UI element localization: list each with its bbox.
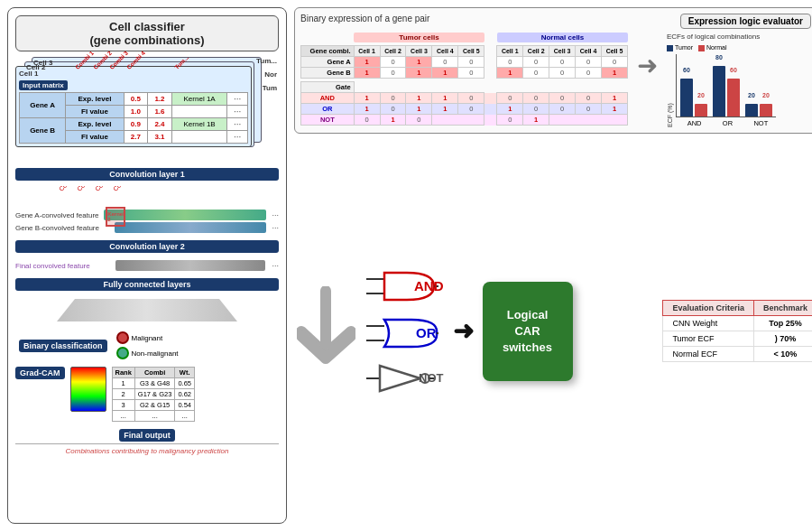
geneA-exp-2: 1.2	[148, 93, 172, 106]
gene-main-table: Gene combi. Cell 1 Cell 2 Cell 3 Cell 4 …	[300, 45, 628, 126]
geneA-exp-1: 0.5	[124, 93, 148, 106]
cell2-label: Cell 2	[26, 63, 45, 71]
dots-1: ···	[227, 93, 248, 106]
and-gate: AND	[366, 268, 444, 304]
malignant-circle	[116, 331, 129, 344]
normal-ecf-row: Normal ECF < 10%	[663, 347, 812, 362]
dots-final: ···	[272, 261, 279, 270]
rank-row-2: 2G17 & G230.62	[112, 389, 194, 400]
tumor-ecf-row: Tumor ECF ) 70%	[663, 331, 812, 347]
rank-row-3: 3G2 & G150.54	[112, 400, 194, 411]
geneB-exp-2: 2.4	[148, 118, 172, 131]
or-gate-text: OR	[416, 325, 437, 340]
eval-criteria-header: Evaluation Criteria	[663, 301, 754, 316]
t-cell2: Cell 2	[380, 46, 406, 57]
rank-row-1: 1G3 & G480.65	[112, 378, 194, 389]
t-cell1: Cell 1	[354, 46, 380, 57]
car-switches-label: LogicalCARswitches	[503, 307, 552, 357]
dots-featureB: ···	[272, 223, 279, 232]
normal-legend-label: Normal	[706, 44, 727, 51]
car-switches-box: LogicalCARswitches	[483, 282, 573, 381]
conv-layer-1-label: Convolution layer 1	[15, 168, 279, 181]
gradcam-label: Grad-CAM	[15, 367, 65, 379]
benchmark-header: Benchmark	[753, 301, 812, 316]
input-matrix-table: Gene A Exp. level 0.5 1.2 Kernel 1A ··· …	[19, 92, 248, 144]
kernel1a: Kernel 1A	[171, 93, 227, 106]
geneA-fi-2: 1.6	[148, 106, 172, 118]
n-cell2: Cell 2	[523, 46, 549, 57]
geneA-row-label: Gene A	[301, 57, 355, 68]
fc-trapezoid	[57, 299, 237, 321]
left-title: Cell classifier (gene combinations)	[15, 15, 279, 51]
nonmalignant-circle	[116, 347, 129, 359]
not-gate: NOT	[366, 362, 443, 395]
gene-expr-title: Binary expression of a gene pair	[300, 14, 429, 23]
or-tumor-bar	[713, 66, 725, 116]
normal-legend-dot	[698, 45, 705, 51]
gene-to-ecf-arrow: ➜	[633, 33, 661, 80]
tumor-header: Tumor cells	[354, 33, 484, 42]
conv-combi-4: Combi 4	[112, 186, 133, 192]
not-x-label: NOT	[753, 119, 768, 127]
n-cell3: Cell 3	[549, 46, 576, 57]
or-x-label: OR	[723, 119, 733, 127]
geneB-fi-1: 2.7	[124, 131, 148, 144]
geneA-feature-bar	[104, 210, 266, 220]
conv-layer-2-label: Convolution layer 2	[15, 240, 279, 253]
ecf-bar-chart: 60 20	[676, 54, 776, 117]
combi-label-tum: Tum...	[173, 54, 189, 70]
or-tumor-value: 80	[715, 54, 723, 61]
and-tumor-bar	[680, 79, 693, 116]
expression-logic-section: Binary expression of a gene pair Express…	[294, 7, 812, 134]
final-feature-bar	[115, 260, 266, 271]
final-output-text: Combinations contributing to malignancy …	[15, 443, 279, 455]
input-matrix-label: Input matrix	[19, 80, 68, 90]
big-arrow-svg	[297, 286, 355, 377]
not-gate-text: NOT	[419, 371, 443, 385]
gradcam-image	[70, 367, 106, 412]
t-cell3: Cell 3	[406, 46, 432, 57]
combi-header: Combi	[134, 368, 175, 378]
or-gate-label: OR	[301, 104, 355, 115]
t-cell4: Cell 4	[432, 46, 458, 57]
eval-table-container: Evaluation Criteria Benchmark CNN Weight…	[662, 300, 812, 362]
exp-level-label2: Exp. level	[66, 118, 124, 131]
and-normal-value: 20	[697, 92, 705, 98]
tumor-legend-dot	[667, 45, 673, 51]
geneA-fi-1: 1.0	[124, 106, 148, 118]
and-bar-group: 60 20	[680, 79, 707, 116]
not-normal-value: 20	[762, 92, 770, 98]
kernel2-box: Kernel 2	[106, 207, 125, 227]
t-cell5: Cell 5	[458, 46, 484, 57]
right-panel: Binary expression of a gene pair Express…	[294, 7, 812, 524]
logic-gates-container: AND OR	[366, 268, 444, 395]
cnn-weight-row: CNN Weight Top 25%	[663, 316, 812, 331]
geneB-fi-2: 3.1	[148, 131, 172, 144]
or-bar-group: 80 60	[713, 66, 740, 116]
rank-table: Rank Combi Wt. 1G3 & G480.65 2G17 & G230…	[112, 367, 195, 422]
wt-header: Wt.	[175, 368, 195, 378]
dots-featureA: ···	[272, 210, 279, 219]
not-bar-group: 20 20	[745, 104, 772, 116]
gene-table-wrapper: Tumor cells Normal cells Gene combi. Cel…	[300, 33, 628, 126]
fi-value-label2: FI value	[66, 131, 124, 144]
ecf-y-axis-label: ECF (%)	[667, 62, 673, 127]
geneB-feature-label: Gene B-convolved feature	[15, 224, 112, 232]
gate-to-car-arrow: ➜	[453, 316, 474, 346]
and-x-label: AND	[687, 119, 702, 127]
middle-section: AND OR	[294, 139, 812, 524]
malignant-label: Malignant	[132, 334, 163, 342]
not-normal-bar	[760, 104, 772, 116]
and-tumor-value: 60	[683, 67, 690, 73]
big-arrow-container	[294, 286, 357, 377]
final-feature-label: Final convolved feature	[15, 262, 112, 270]
and-gate-text: AND	[414, 278, 444, 293]
geneB-row-label: Gene B	[301, 68, 355, 79]
tum-label: Tum...	[256, 57, 277, 65]
left-panel: Cell classifier (gene combinations) Cell…	[7, 7, 287, 524]
ecf-title: ECFs of logical combinations	[667, 33, 811, 41]
nor-label: Nor	[264, 70, 277, 79]
fc-layers-label: Fully connected layers	[15, 278, 279, 291]
or-normal-bar	[727, 79, 740, 116]
evaluator-title: Expression logic evaluator	[680, 14, 811, 29]
